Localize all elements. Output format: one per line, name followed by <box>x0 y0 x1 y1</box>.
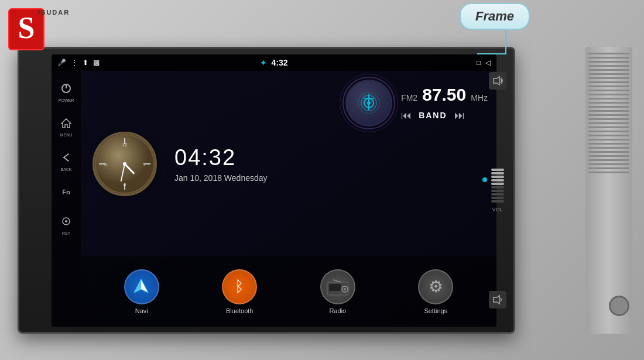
window-icon: □ <box>477 59 481 67</box>
bluetooth-app-icon: ᛒ <box>222 269 257 304</box>
vol-bar-4 <box>491 179 504 181</box>
svg-text:12: 12 <box>122 142 128 148</box>
settings-label: Settings <box>424 307 447 314</box>
radio-app-icon <box>320 269 355 304</box>
prev-track-button[interactable]: ⏮ <box>401 109 412 122</box>
sidebar-item-back[interactable]: BACK <box>57 149 75 172</box>
sidebar-back-label: BACK <box>60 167 71 172</box>
sidebar-item-menu[interactable]: MENU <box>57 114 75 137</box>
vol-bar-9 <box>491 197 504 199</box>
svg-rect-28 <box>329 284 341 291</box>
radio-label: Radio <box>329 307 346 314</box>
svg-text:3: 3 <box>143 162 146 167</box>
volume-down-button[interactable] <box>489 291 506 308</box>
frame-annotation: Frame <box>460 3 530 54</box>
status-time: 4:32 <box>271 58 287 67</box>
fn-icon: Fn <box>57 183 75 201</box>
app-item-bluetooth[interactable]: ᛒ Bluetooth <box>222 269 257 314</box>
app-item-radio[interactable]: Radio <box>320 269 355 314</box>
volume-label: VOL <box>492 207 502 212</box>
sidebar-item-power[interactable]: POWER <box>57 80 75 102</box>
bluetooth-status-icon: ✦ <box>260 59 266 67</box>
svg-line-31 <box>333 280 341 282</box>
digital-time-widget: 04:32 Jan 10, 2018 Wednesday <box>174 145 268 183</box>
menu-dots-icon: ⋮ <box>71 59 78 67</box>
sidebar-menu-label: MENU <box>60 133 73 137</box>
back-icon <box>57 149 75 166</box>
radio-button[interactable] <box>345 80 392 126</box>
volume-bar-container: VOL <box>491 90 504 291</box>
back-arrow-icon: ◁ <box>485 59 491 67</box>
svg-point-6 <box>65 220 67 222</box>
app-item-settings[interactable]: ⚙ Settings <box>418 269 453 314</box>
vol-bar-10 <box>491 200 504 203</box>
navi-icon <box>124 269 159 304</box>
rst-icon <box>57 212 75 230</box>
svg-marker-33 <box>494 296 499 304</box>
bracket-hole <box>609 296 629 316</box>
sidebar-item-rst[interactable]: RST <box>57 212 75 235</box>
status-center: ✦ 4:32 <box>260 58 287 67</box>
vol-bar-6 <box>491 186 504 188</box>
brand-name: ISUDAR <box>38 9 70 16</box>
digital-date: Jan 10, 2018 Wednesday <box>174 173 268 183</box>
band-label: BAND <box>419 111 447 120</box>
main-container: S ISUDAR Frame 🎤 ⋮ ⬆ ▩ ✦ 4:32 <box>0 0 644 360</box>
navi-label: Navi <box>135 307 148 314</box>
device-shell: 🎤 ⋮ ⬆ ▩ ✦ 4:32 □ ◁ <box>18 47 515 334</box>
screenshot-icon: ▩ <box>93 59 100 67</box>
power-icon <box>57 80 75 97</box>
content-area: 12 3 6 9 04:32 Jan 10, 2018 <box>81 71 496 256</box>
volume-down-icon <box>492 294 503 305</box>
app-item-navi[interactable]: Navi <box>124 269 159 314</box>
status-bar: 🎤 ⋮ ⬆ ▩ ✦ 4:32 □ ◁ <box>52 54 496 71</box>
sidebar-power-label: POWER <box>59 98 74 102</box>
bracket-detail <box>585 47 632 334</box>
svg-text:9: 9 <box>104 162 107 167</box>
vol-bar-2 <box>491 172 504 174</box>
svg-marker-4 <box>61 119 71 128</box>
next-track-button[interactable]: ⏭ <box>454 109 465 122</box>
svg-text:S: S <box>18 11 35 44</box>
settings-app-icon: ⚙ <box>418 269 453 304</box>
svg-point-30 <box>344 288 346 290</box>
frame-label: Frame <box>460 3 530 30</box>
digital-time: 04:32 <box>174 145 268 170</box>
analog-clock: 12 3 6 9 <box>93 132 157 196</box>
volume-up-icon <box>492 76 503 86</box>
svg-marker-32 <box>494 77 499 85</box>
sidebar-rst-label: RST <box>62 231 70 235</box>
sidebar-item-fn[interactable]: Fn <box>57 183 75 201</box>
vol-bar-5 <box>491 183 504 185</box>
app-grid: Navi ᛒ Bluetooth <box>81 256 496 327</box>
status-left-icons: 🎤 ⋮ ⬆ ▩ <box>57 59 260 67</box>
radio-frequency: 87.50 <box>422 85 466 105</box>
radio-widget: FM2 87.50 MHz ⏮ BAND ⏭ <box>345 80 488 126</box>
mic-icon: 🎤 <box>57 59 66 67</box>
home-icon <box>57 114 75 132</box>
status-right-icons: □ ◁ <box>288 59 491 67</box>
radio-band: FM2 <box>401 93 417 102</box>
vol-bar-1 <box>491 169 504 171</box>
bluetooth-label: Bluetooth <box>226 307 253 314</box>
device-screen: 🎤 ⋮ ⬆ ▩ ✦ 4:32 □ ◁ <box>52 54 496 327</box>
vol-bar-8 <box>491 193 504 196</box>
svg-text:6: 6 <box>124 182 126 187</box>
svg-point-18 <box>123 162 126 166</box>
mounting-bracket <box>585 47 632 334</box>
usb-icon: ⬆ <box>83 59 88 67</box>
volume-up-button[interactable] <box>489 72 506 90</box>
vol-bar-3 <box>491 176 504 178</box>
sidebar: POWER MENU BACK <box>52 71 81 327</box>
vol-bar-7 <box>491 190 504 192</box>
radio-info: FM2 87.50 MHz ⏮ BAND ⏭ <box>401 85 488 122</box>
logo-area: S ISUDAR <box>6 6 47 55</box>
volume-controls: VOL <box>481 66 513 314</box>
